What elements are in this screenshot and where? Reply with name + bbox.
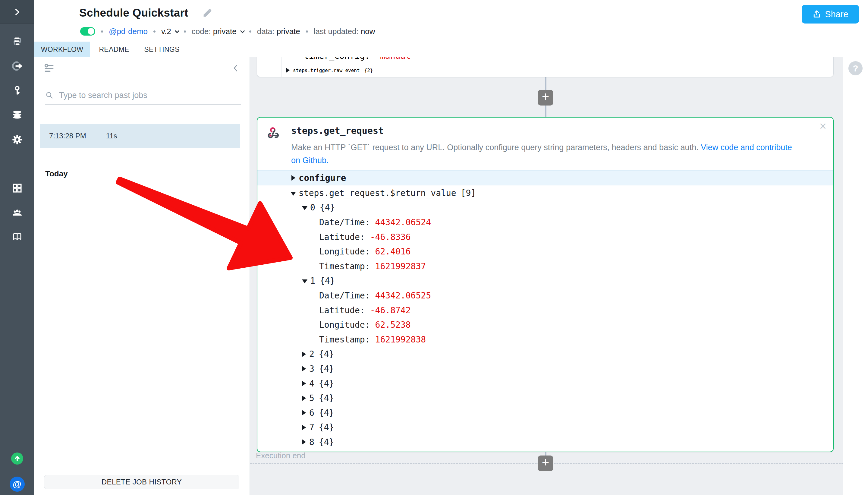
deploy-toggle[interactable] bbox=[80, 27, 95, 36]
owner-link[interactable]: @pd-demo bbox=[109, 27, 148, 36]
help-button[interactable]: ? bbox=[848, 61, 863, 75]
collapse-icon bbox=[302, 206, 308, 210]
tree-item-7[interactable]: 7 {4} bbox=[257, 420, 833, 435]
workflows-icon[interactable] bbox=[12, 36, 23, 47]
settings-gear-icon[interactable] bbox=[12, 134, 23, 145]
field-value: 1621992837 bbox=[375, 261, 426, 271]
tab-workflow[interactable]: WORKFLOW bbox=[34, 41, 90, 57]
job-row[interactable]: 7:13:28 PM 11s bbox=[40, 124, 240, 148]
delete-job-history-button[interactable]: DELETE JOB HISTORY bbox=[44, 475, 239, 489]
dot-separator bbox=[101, 31, 103, 33]
tree-field: Longitude: 62.4016 bbox=[257, 244, 833, 259]
header: Schedule Quickstart Share @pd-demo v.2 bbox=[34, 0, 868, 41]
dot-separator bbox=[184, 31, 186, 33]
avatar[interactable]: @ bbox=[10, 477, 25, 492]
tree-item-2[interactable]: 2 {4} bbox=[257, 347, 833, 362]
tree-field: Timestamp: 1621992838 bbox=[257, 332, 833, 347]
tree-item-3[interactable]: 3 {4} bbox=[257, 361, 833, 376]
timer-config-label: timer_config: bbox=[304, 57, 370, 61]
dot-separator bbox=[153, 31, 156, 33]
expand-icon bbox=[302, 410, 306, 415]
chevron-down-icon bbox=[240, 28, 245, 33]
trigger-step-card[interactable]: timer_config: manual steps.trigger.raw_e… bbox=[257, 57, 834, 77]
share-label: Share bbox=[825, 9, 848, 19]
code-visibility-dropdown[interactable]: code: private bbox=[192, 27, 244, 36]
tree-item-4[interactable]: 4 {4} bbox=[257, 376, 833, 391]
tree-item-1[interactable]: 1 {4} bbox=[257, 274, 833, 289]
event-sources-icon[interactable] bbox=[12, 61, 23, 71]
timer-config-value: manual bbox=[380, 57, 411, 61]
jobs-panel: Today 7:13:28 PM 11s DELETE JOB HISTORY bbox=[34, 57, 250, 495]
return-value-count: [9] bbox=[461, 188, 476, 198]
expand-nav-icon[interactable] bbox=[12, 7, 23, 17]
close-icon[interactable]: × bbox=[819, 120, 827, 132]
step-name: steps.get_request bbox=[291, 125, 384, 136]
step-description: Make an HTTP `GET` request to any URL. O… bbox=[291, 141, 831, 167]
search-input[interactable] bbox=[59, 91, 228, 100]
tree-field: Longitude: 62.5238 bbox=[257, 318, 833, 332]
field-value: 62.4016 bbox=[375, 246, 411, 257]
upgrade-icon[interactable] bbox=[11, 453, 23, 464]
edit-title-icon[interactable] bbox=[202, 8, 212, 19]
tab-settings[interactable]: SETTINGS bbox=[138, 41, 186, 57]
return-value-tree: steps.get_request.$return_value [9] 0 {4… bbox=[257, 186, 833, 449]
raw-event-label: steps.trigger.raw_event bbox=[293, 68, 360, 73]
return-value-label: steps.get_request.$return_value bbox=[299, 188, 456, 198]
sidebar: @ bbox=[0, 0, 34, 495]
collapse-panel-icon[interactable] bbox=[231, 64, 240, 72]
accounts-key-icon[interactable] bbox=[12, 85, 23, 96]
apps-grid-icon[interactable] bbox=[12, 183, 23, 193]
expand-icon bbox=[302, 352, 306, 357]
tree-item-5[interactable]: 5 {4} bbox=[257, 391, 833, 406]
docs-book-icon[interactable] bbox=[12, 231, 23, 242]
app-window: @ Schedule Quickstart Share @pd-demo bbox=[0, 0, 868, 495]
tree-item-6[interactable]: 6 {4} bbox=[257, 406, 833, 420]
tree-item-0[interactable]: 0 {4} bbox=[257, 201, 833, 215]
configure-section-toggle[interactable]: configure bbox=[257, 170, 833, 185]
field-label: Timestamp: bbox=[319, 261, 370, 271]
add-step-button[interactable]: + bbox=[538, 90, 553, 105]
search-icon bbox=[45, 91, 54, 100]
chevron-down-icon bbox=[175, 28, 180, 33]
jobs-section-label: Today bbox=[45, 169, 68, 178]
page-title: Schedule Quickstart bbox=[79, 7, 188, 19]
field-value: -46.8742 bbox=[370, 305, 411, 315]
field-label: Date/Time: bbox=[319, 217, 370, 227]
expand-icon bbox=[292, 175, 295, 181]
tree-field: Latitude: -46.8336 bbox=[257, 230, 833, 244]
get-request-step-card[interactable]: steps.get_request × Make an HTTP `GET` r… bbox=[257, 117, 834, 452]
trigger-raw-event-row[interactable]: steps.trigger.raw_event {2} bbox=[257, 63, 833, 78]
collapse-icon bbox=[291, 192, 296, 195]
field-label: Longitude: bbox=[319, 320, 370, 330]
workflow-canvas: Execution end timer_config: manual steps… bbox=[250, 57, 843, 495]
tree-root-row[interactable]: steps.get_request.$return_value [9] bbox=[257, 186, 833, 201]
field-value: -46.8336 bbox=[370, 232, 411, 242]
trigger-config-row: timer_config: manual bbox=[257, 57, 833, 63]
expand-icon bbox=[302, 395, 306, 401]
share-button[interactable]: Share bbox=[802, 5, 859, 23]
field-value: 62.5238 bbox=[375, 320, 411, 330]
execution-end-label: Execution end bbox=[256, 451, 306, 460]
field-label: Timestamp: bbox=[319, 335, 370, 345]
divider bbox=[34, 180, 249, 180]
expand-icon bbox=[286, 68, 290, 73]
tree-field: Latitude: -46.8742 bbox=[257, 303, 833, 318]
expand-icon bbox=[302, 366, 306, 371]
field-label: Latitude: bbox=[319, 305, 365, 315]
dot-separator bbox=[306, 31, 308, 33]
share-icon bbox=[812, 10, 821, 19]
sql-database-icon[interactable] bbox=[12, 109, 23, 120]
community-people-icon[interactable] bbox=[12, 207, 23, 218]
version-dropdown[interactable]: v.2 bbox=[161, 27, 178, 36]
expand-icon bbox=[302, 425, 306, 430]
job-time: 7:13:28 PM bbox=[49, 132, 86, 140]
job-duration: 11s bbox=[106, 132, 117, 140]
add-step-button[interactable]: + bbox=[538, 456, 553, 471]
field-label: Longitude: bbox=[319, 246, 370, 257]
job-filter-icon[interactable] bbox=[44, 63, 54, 73]
tree-item-8[interactable]: 8 {4} bbox=[257, 435, 833, 449]
tab-readme[interactable]: README bbox=[90, 41, 138, 57]
field-value: 44342.06524 bbox=[375, 217, 431, 227]
tab-bar: WORKFLOW README SETTINGS bbox=[34, 41, 868, 57]
field-label: Date/Time: bbox=[319, 291, 370, 301]
